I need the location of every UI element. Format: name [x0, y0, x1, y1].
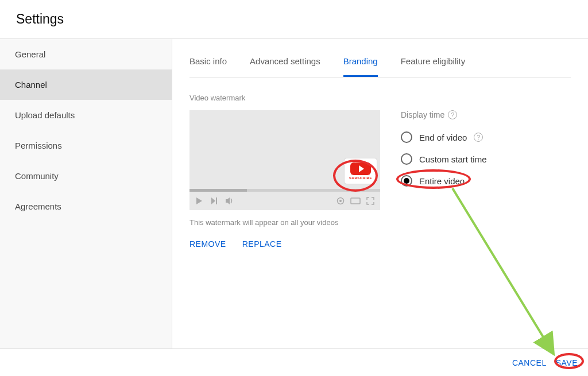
- gear-icon[interactable]: [336, 197, 345, 205]
- display-time-title: Display time ?: [401, 110, 487, 119]
- tab-feature-eligibility[interactable]: Feature eligibility: [401, 45, 466, 77]
- settings-header: Settings: [0, 0, 588, 39]
- radio-custom-start-time[interactable]: Custom start time: [401, 148, 487, 170]
- sidebar-item-community[interactable]: Community: [0, 161, 172, 191]
- tab-advanced-settings[interactable]: Advanced settings: [250, 45, 320, 77]
- sidebar-item-permissions[interactable]: Permissions: [0, 130, 172, 161]
- svg-rect-0: [216, 197, 217, 204]
- display-time-group: Display time ? End of video ? Custom sta…: [401, 110, 487, 249]
- sidebar-item-agreements[interactable]: Agreements: [0, 191, 172, 222]
- radio-circle: [401, 153, 412, 165]
- sidebar-item-general[interactable]: General: [0, 39, 172, 69]
- help-icon[interactable]: ?: [448, 110, 457, 119]
- settings-main: Basic info Advanced settings Branding Fe…: [172, 39, 588, 351]
- sidebar-item-channel[interactable]: Channel: [0, 69, 172, 100]
- watermark-badge: SUBSCRIBE: [345, 158, 377, 184]
- subscribe-text: SUBSCRIBE: [349, 176, 372, 180]
- replace-button[interactable]: REPLACE: [242, 239, 282, 249]
- radio-end-of-video[interactable]: End of video ?: [401, 126, 487, 148]
- watermark-section: Video watermark SUBSCRIBE: [189, 77, 571, 249]
- youtube-play-icon: [350, 162, 371, 175]
- watermark-row: SUBSCRIBE: [189, 110, 571, 249]
- preview-controls: [189, 192, 380, 210]
- radio-circle: [401, 175, 412, 187]
- watermark-caption: This watermark will appear on all your v…: [189, 218, 380, 227]
- radio-label: Entire video: [419, 176, 465, 186]
- radio-label: Custom start time: [419, 154, 487, 164]
- save-button[interactable]: SAVE: [556, 358, 578, 367]
- radio-circle: [401, 131, 412, 143]
- sidebar-item-upload-defaults[interactable]: Upload defaults: [0, 100, 172, 130]
- display-time-title-text: Display time: [401, 110, 444, 119]
- tabs-row: Basic info Advanced settings Branding Fe…: [189, 39, 571, 77]
- settings-body: General Channel Upload defaults Permissi…: [0, 39, 588, 351]
- watermark-actions: REMOVE REPLACE: [189, 239, 380, 249]
- volume-icon[interactable]: [225, 197, 234, 205]
- settings-sidebar: General Channel Upload defaults Permissi…: [0, 39, 172, 351]
- dialog-footer: CANCEL SAVE: [0, 348, 588, 376]
- tab-basic-info[interactable]: Basic info: [189, 45, 227, 77]
- video-preview: SUBSCRIBE: [189, 110, 380, 210]
- theater-icon[interactable]: [350, 197, 361, 204]
- cancel-button[interactable]: CANCEL: [512, 358, 547, 367]
- svg-point-2: [339, 200, 342, 202]
- page-title: Settings: [16, 11, 572, 27]
- help-icon[interactable]: ?: [474, 133, 483, 142]
- preview-column: SUBSCRIBE: [189, 110, 380, 249]
- remove-button[interactable]: REMOVE: [189, 239, 226, 249]
- next-icon[interactable]: [210, 197, 218, 205]
- play-icon[interactable]: [195, 197, 203, 205]
- radio-label: End of video: [419, 133, 467, 142]
- svg-rect-3: [351, 198, 360, 204]
- watermark-label: Video watermark: [189, 94, 571, 102]
- tab-branding[interactable]: Branding: [343, 45, 378, 77]
- fullscreen-icon[interactable]: [366, 197, 374, 205]
- radio-entire-video[interactable]: Entire video: [401, 170, 487, 192]
